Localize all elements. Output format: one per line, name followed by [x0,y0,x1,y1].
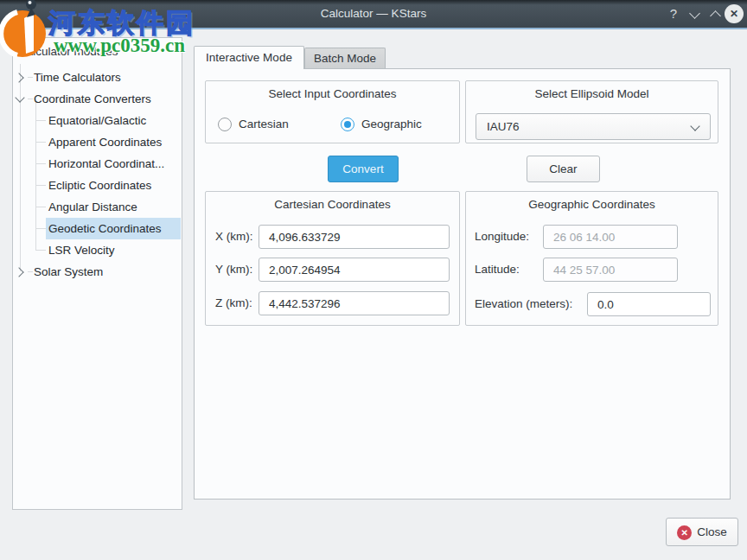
sidebar-item-ecliptic-coordinates[interactable]: Ecliptic Coordinates [13,175,182,196]
z-label: Z (km): [215,291,252,315]
tab-batch-mode[interactable]: Batch Mode [304,48,386,69]
radio-checked-icon[interactable] [341,118,354,131]
elevation-label: Elevation (meters): [475,292,572,316]
convert-button[interactable]: Convert [328,156,399,182]
select-input-coordinates-group: Select Input Coordinates Cartesian Geogr… [205,80,460,143]
help-icon[interactable]: ? [664,0,683,28]
clear-button[interactable]: Clear [527,156,600,182]
close-button-label: Close [697,525,727,538]
elevation-input[interactable] [587,292,711,316]
radio-unchecked-icon[interactable] [218,118,232,131]
z-input[interactable] [259,291,450,315]
sidebar-item-equatorial-galactic[interactable]: Equatorial/Galactic [13,110,182,131]
y-label: Y (km): [215,258,252,282]
close-button[interactable]: ✕Close [666,518,738,546]
select-ellipsoid-model-group: Select Ellipsoid Model IAU76 [465,80,718,143]
longitude-label: Longitude: [475,225,529,249]
group-title: Cartesian Coordinates [206,198,459,211]
tab-interactive-mode[interactable]: Interactive Mode [194,46,304,69]
chevron-down-icon [690,121,699,130]
sidebar-item-angular-distance[interactable]: Angular Distance [13,196,182,218]
titlebar-accent-line [0,28,747,29]
interactive-mode-panel: Select Input Coordinates Cartesian Geogr… [194,68,731,500]
tree-header: Calculator modules [18,45,118,58]
geographic-coordinates-group: Geographic Coordinates Longitude: Latitu… [465,191,718,326]
y-input[interactable] [259,258,450,282]
latitude-label: Latitude: [475,258,520,282]
group-title: Geographic Coordinates [466,198,718,211]
titlebar: Calculator — KStars ? ✕ [0,0,747,28]
latitude-input[interactable] [543,258,678,282]
sidebar-item-coordinate-converters[interactable]: Coordinate Converters [13,88,182,110]
x-label: X (km): [215,225,253,249]
close-dialog-icon: ✕ [677,525,692,540]
sidebar-item-horizontal-coordinates[interactable]: Horizontal Coordinat... [13,153,182,175]
sidebar-item-apparent-coordinates[interactable]: Apparent Coordinates [13,131,182,153]
sidebar-item-time-calculators[interactable]: Time Calculators [13,67,182,88]
group-title: Select Ellipsoid Model [466,87,718,100]
chevron-down-icon[interactable] [15,92,24,102]
cartesian-coordinates-group: Cartesian Coordinates X (km): Y (km): Z … [205,191,460,326]
sidebar-item-geodetic-coordinates[interactable]: Geodetic Coordinates [13,218,182,239]
close-icon[interactable]: ✕ [725,4,744,23]
longitude-input[interactable] [543,225,678,249]
chevron-right-icon[interactable] [14,73,23,82]
group-title: Select Input Coordinates [206,87,459,100]
sidebar-item-solar-system[interactable]: Solar System [13,261,182,283]
sidebar-item-lsr-velocity[interactable]: LSR Velocity [13,239,182,261]
calculator-modules-tree: Calculator modules Time Calculators Coor… [12,37,182,510]
ellipsoid-model-dropdown[interactable]: IAU76 [476,113,711,140]
chevron-right-icon[interactable] [14,267,23,277]
window-title: Calculator — KStars [0,0,747,28]
x-input[interactable] [259,225,450,249]
